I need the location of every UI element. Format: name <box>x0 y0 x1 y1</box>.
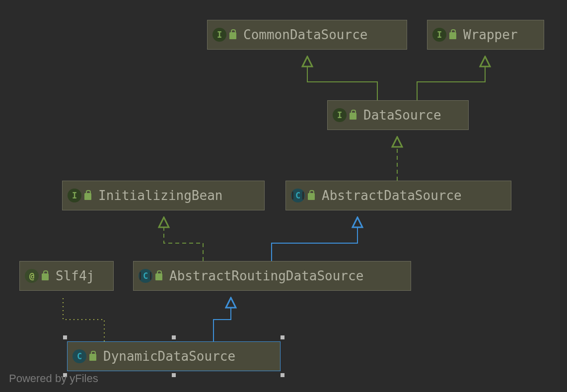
class-icon: C <box>72 349 86 363</box>
lock-icon <box>155 273 162 280</box>
node-initializingbean[interactable]: I InitializingBean <box>62 181 265 210</box>
interface-icon: I <box>68 189 81 202</box>
interface-icon: I <box>213 28 226 42</box>
lock-icon <box>308 193 315 200</box>
edge-dds-slf4j <box>63 298 104 341</box>
lock-icon <box>42 273 49 280</box>
node-abstractdatasource[interactable]: C AbstractDataSource <box>285 181 511 210</box>
selection-handle[interactable] <box>172 335 176 339</box>
node-label: DynamicDataSource <box>103 349 235 364</box>
node-label: AbstractDataSource <box>322 188 462 203</box>
selection-handle[interactable] <box>172 373 176 377</box>
node-label: InitializingBean <box>98 188 222 203</box>
lock-icon <box>84 193 91 200</box>
diagram-canvas: I CommonDataSource I Wrapper I DataSourc… <box>0 0 567 392</box>
lock-icon <box>229 32 236 39</box>
interface-icon: I <box>333 108 347 122</box>
lock-icon <box>89 354 96 361</box>
selection-handle[interactable] <box>281 335 284 339</box>
selection-handle[interactable] <box>281 373 284 377</box>
node-abstractroutingdatasource[interactable]: C AbstractRoutingDataSource <box>133 261 411 291</box>
node-dynamicdatasource[interactable]: C DynamicDataSource <box>67 341 281 371</box>
node-slf4j[interactable]: @ Slf4j <box>19 261 114 291</box>
lock-icon <box>350 113 356 120</box>
watermark: Powered by yFiles <box>9 372 98 385</box>
node-label: DataSource <box>363 108 441 123</box>
node-label: AbstractRoutingDataSource <box>169 268 363 283</box>
abstract-class-icon: C <box>291 189 305 202</box>
selection-handle[interactable] <box>63 335 67 339</box>
node-label: Wrapper <box>463 27 518 42</box>
edge-datasource-commondatasource <box>307 57 377 100</box>
edge-ards-ads <box>272 217 357 261</box>
node-label: CommonDataSource <box>243 27 367 42</box>
node-wrapper[interactable]: I Wrapper <box>427 20 544 50</box>
node-label: Slf4j <box>56 268 94 283</box>
node-datasource[interactable]: I DataSource <box>327 100 469 130</box>
interface-icon: I <box>432 28 446 42</box>
node-commondatasource[interactable]: I CommonDataSource <box>207 20 407 50</box>
edge-ards-initializingbean <box>164 217 203 261</box>
edge-datasource-wrapper <box>417 57 485 100</box>
abstract-class-icon: C <box>139 269 152 283</box>
edge-dds-ards <box>213 298 231 341</box>
annotation-icon: @ <box>25 269 39 283</box>
lock-icon <box>449 32 456 39</box>
